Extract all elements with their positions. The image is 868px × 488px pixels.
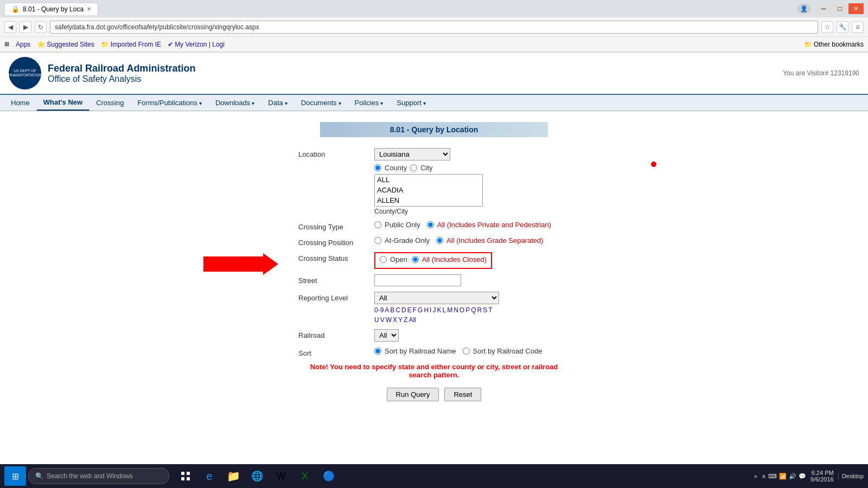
alpha-u[interactable]: U [374,316,379,324]
alpha-g[interactable]: G [418,306,423,314]
alpha-e[interactable]: E [407,306,412,314]
reset-button[interactable]: Reset [444,388,481,401]
back-button[interactable]: ◀ [4,21,16,33]
railroad-select[interactable]: All [374,329,399,342]
bookmark-star[interactable]: ☆ [821,21,833,33]
alpha-b[interactable]: B [390,306,394,314]
crossing-position-label: Crossing Position [298,236,374,247]
sort-label: Sort [298,347,374,357]
nav-data[interactable]: Data [261,95,294,110]
crossing-status-open-radio[interactable] [380,256,387,263]
alpha-d[interactable]: D [401,306,406,314]
bookmark-verizon[interactable]: ✔ My Verizon | Logi [168,41,225,48]
city-radio[interactable] [410,164,417,171]
alpha-p[interactable]: P [465,306,470,314]
county-city-label: County/City [374,208,570,215]
menu-button[interactable]: ≡ [852,21,864,33]
alpha-09[interactable]: 0-9 [374,306,384,314]
form-container: Location Louisiana County City ALL ACADI… [298,148,570,401]
alpha-k[interactable]: K [437,306,441,314]
nav-documents[interactable]: Documents [295,95,348,110]
crossing-status-all-label: All (Includes Closed) [422,255,487,264]
list-item[interactable]: ALL [375,175,482,185]
note-text: Note! You need to specify state and eith… [298,363,570,379]
nav-home[interactable]: Home [4,95,37,110]
alpha-all[interactable]: All [409,316,416,324]
sort-row: Sort Sort by Railroad Name Sort by Railr… [298,347,570,357]
alpha-i[interactable]: I [430,306,431,314]
browser-tab[interactable]: 🔒 8.01 - Query by Loca ✕ [4,3,98,15]
alpha-v[interactable]: V [380,316,385,324]
sort-by-code-radio[interactable] [463,348,470,355]
nav-support[interactable]: Support [390,95,433,110]
alpha-n[interactable]: N [454,306,458,314]
nav-forms[interactable]: Forms/Publications [131,95,209,110]
nav-downloads[interactable]: Downloads [209,95,261,110]
sort-content: Sort by Railroad Name Sort by Railroad C… [374,347,570,357]
alpha-a[interactable]: A [385,306,389,314]
county-city-list[interactable]: ALL ACADIA ALLEN ASCENSION [374,174,483,207]
nav-policies[interactable]: Policies [348,95,391,110]
crossing-position-content: At-Grade Only All (Includes Grade Separa… [374,236,570,247]
alpha-w[interactable]: W [386,316,392,324]
alpha-x[interactable]: X [393,316,397,324]
forward-button[interactable]: ▶ [20,21,31,33]
window-close-button[interactable]: ✕ [848,3,864,14]
street-row: Street [298,274,570,286]
alpha-t[interactable]: T [488,306,492,314]
other-bookmarks[interactable]: 📁 Other bookmarks [804,41,864,48]
alpha-j[interactable]: J [432,306,436,314]
main-nav: Home What's New Crossing Forms/Publicati… [0,95,868,111]
alpha-f[interactable]: F [413,306,417,314]
run-query-button[interactable]: Run Query [387,388,439,401]
alpha-q[interactable]: Q [471,306,476,314]
county-radio[interactable] [374,164,381,171]
apps-icon: ⊞ [4,41,9,48]
state-select[interactable]: Louisiana [374,148,450,160]
profile-icon: 👤 [797,3,810,14]
alpha-c[interactable]: C [395,306,400,314]
alpha-r[interactable]: R [477,306,482,314]
refresh-button[interactable]: ↻ [35,21,47,33]
nav-whats-new[interactable]: What's New [37,95,90,111]
bookmark-imported-ie[interactable]: 📁 Imported From IE [101,41,161,48]
bookmark-apps[interactable]: Apps [16,41,30,48]
railroad-row: Railroad All [298,329,570,342]
tab-title: 8.01 - Query by Loca [23,5,84,13]
bookmark-suggested-sites[interactable]: ⭐ Suggested Sites [37,41,94,48]
sort-by-name-label: Sort by Railroad Name [385,347,456,355]
alpha-s[interactable]: S [483,306,487,314]
red-dot-annotation [651,162,656,167]
extensions-button[interactable]: 🔧 [837,21,848,33]
street-input[interactable] [374,274,461,286]
alpha-m[interactable]: M [447,306,452,314]
alpha-links-row1: 0-9 A B C D E F G H I J K L M N [374,306,570,314]
alpha-z[interactable]: Z [404,316,407,324]
alpha-o[interactable]: O [459,306,464,314]
alpha-l[interactable]: L [442,306,446,314]
alpha-h[interactable]: H [424,306,429,314]
crossing-type-public-radio[interactable] [374,221,381,228]
window-maximize-button[interactable]: □ [832,3,847,14]
window-minimize-button[interactable]: ─ [816,3,831,14]
list-item[interactable]: ASCENSION [375,206,482,207]
crossing-pos-all-radio[interactable] [436,237,443,244]
header-title: Federal Railroad Administration Office o… [48,63,195,84]
crossing-status-open-label: Open [390,255,407,264]
alpha-y[interactable]: Y [398,316,403,324]
reporting-level-row: Reporting Level All State County City 0-… [298,292,570,324]
reporting-level-select[interactable]: All State County City [374,292,499,304]
list-item[interactable]: ACADIA [375,185,482,195]
sort-by-name-radio[interactable] [374,348,381,355]
content-area: 8.01 - Query by Location Location Louisi… [0,111,868,436]
address-bar[interactable] [50,21,818,34]
nav-crossing[interactable]: Crossing [90,95,131,110]
crossing-position-row: Crossing Position At-Grade Only All (Inc… [298,236,570,247]
crossing-pos-grade-radio[interactable] [374,237,381,244]
crossing-status-all-radio[interactable] [412,256,419,263]
verizon-icon: ✔ [168,41,173,48]
tab-close-button[interactable]: ✕ [87,6,91,12]
crossing-type-all-radio[interactable] [427,221,434,228]
list-item[interactable]: ALLEN [375,195,482,206]
location-content: Louisiana County City ALL ACADIA ALLEN A… [374,148,570,215]
